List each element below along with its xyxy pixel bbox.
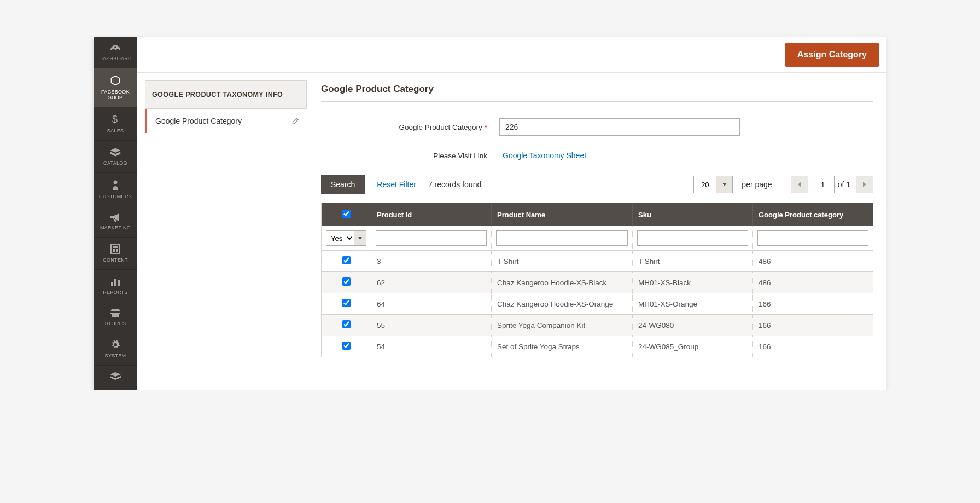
svg-rect-7 bbox=[114, 279, 116, 286]
cell-google-category: 166 bbox=[752, 293, 873, 315]
cell-product-id: 54 bbox=[371, 336, 492, 357]
sidebar-item-system[interactable]: SYSTEM bbox=[94, 333, 137, 366]
left-tabs-panel: GOOGLE PRODUCT TAXONOMY INFO Google Prod… bbox=[145, 80, 307, 133]
sidebar-item-content[interactable]: CONTENT bbox=[94, 238, 137, 270]
cell-google-category: 486 bbox=[752, 251, 873, 272]
stack-icon bbox=[110, 372, 121, 380]
table-row[interactable]: 55Sprite Yoga Companion Kit24-WG080166 bbox=[322, 315, 873, 336]
form-row-visit-link: Please Visit Link Google Taxonomy Sheet bbox=[321, 151, 873, 160]
svg-rect-8 bbox=[118, 280, 120, 286]
cell-product-name: Chaz Kangeroo Hoodie-XS-Orange bbox=[491, 293, 632, 315]
side-panel-item-label: Google Product Category bbox=[155, 117, 242, 125]
sidebar-label: SALES bbox=[107, 128, 124, 134]
select-all-checkbox[interactable] bbox=[342, 210, 351, 218]
google-category-input[interactable] bbox=[499, 118, 740, 136]
col-google-category[interactable]: Google Product category bbox=[752, 203, 873, 227]
col-checkbox[interactable] bbox=[322, 203, 371, 227]
section-title: Google Product Category bbox=[321, 80, 873, 102]
sidebar-label: CONTENT bbox=[103, 257, 128, 263]
per-page-input[interactable] bbox=[693, 176, 716, 193]
sidebar-label: CUSTOMERS bbox=[99, 194, 132, 199]
table-filter-row: Yes bbox=[322, 226, 873, 251]
sidebar-item-sales[interactable]: $ SALES bbox=[94, 107, 137, 141]
pager-page-input[interactable] bbox=[812, 176, 835, 193]
sidebar-item-facebook-shop[interactable]: FACEBOOK SHOP bbox=[94, 68, 137, 107]
sidebar-item-extra[interactable] bbox=[94, 366, 137, 390]
google-category-label: Google Product Category* bbox=[321, 123, 499, 131]
row-checkbox[interactable] bbox=[342, 320, 351, 328]
per-page-label: per page bbox=[742, 180, 772, 189]
sidebar-item-reports[interactable]: REPORTS bbox=[94, 270, 137, 302]
records-found-label: 7 records found bbox=[428, 180, 481, 189]
svg-rect-6 bbox=[111, 282, 113, 286]
pager-next-button[interactable] bbox=[856, 176, 873, 193]
reset-filter-link[interactable]: Reset Filter bbox=[377, 180, 416, 189]
sidebar-label: FACEBOOK SHOP bbox=[96, 89, 135, 100]
sidebar-item-catalog[interactable]: CATALOG bbox=[94, 141, 137, 173]
table-header-row: Product Id Product Name Sku Google Produ… bbox=[322, 203, 873, 227]
sidebar-label: CATALOG bbox=[103, 160, 127, 166]
svg-rect-5 bbox=[116, 249, 118, 252]
sidebar-label: MARKETING bbox=[100, 225, 131, 230]
row-checkbox[interactable] bbox=[342, 277, 351, 286]
bar-chart-icon bbox=[110, 276, 120, 286]
cell-sku: T Shirt bbox=[632, 251, 752, 272]
cell-sku: 24-WG080 bbox=[632, 315, 752, 336]
table-row[interactable]: 3T ShirtT Shirt486 bbox=[322, 251, 873, 272]
cell-product-name: Sprite Yoga Companion Kit bbox=[491, 315, 632, 336]
col-product-name[interactable]: Product Name bbox=[491, 203, 632, 227]
filter-select-any[interactable]: Yes bbox=[326, 230, 354, 246]
filter-google-category[interactable] bbox=[757, 230, 868, 246]
svg-rect-3 bbox=[113, 246, 118, 248]
col-sku[interactable]: Sku bbox=[632, 203, 752, 227]
table-row[interactable]: 62Chaz Kangeroo Hoodie-XS-BlackMH01-XS-B… bbox=[322, 272, 873, 293]
table-row[interactable]: 54Set of Sprite Yoga Straps24-WG085_Grou… bbox=[322, 336, 873, 357]
table-row[interactable]: 64Chaz Kangeroo Hoodie-XS-OrangeMH01-XS-… bbox=[322, 293, 873, 315]
sidebar-item-customers[interactable]: CUSTOMERS bbox=[94, 173, 137, 206]
filter-sku[interactable] bbox=[637, 230, 748, 246]
cell-google-category: 486 bbox=[752, 272, 873, 293]
search-button[interactable]: Search bbox=[321, 175, 365, 194]
box-icon bbox=[110, 147, 121, 157]
row-checkbox[interactable] bbox=[342, 342, 351, 350]
dollar-icon: $ bbox=[111, 114, 120, 125]
cell-product-id: 62 bbox=[371, 272, 492, 293]
side-panel-header: GOOGLE PRODUCT TAXONOMY INFO bbox=[145, 80, 307, 109]
cell-product-id: 64 bbox=[371, 293, 492, 315]
store-icon bbox=[110, 309, 121, 317]
sidebar-item-stores[interactable]: STORES bbox=[94, 302, 137, 333]
chevron-down-icon bbox=[358, 237, 362, 240]
cell-product-name: Chaz Kangeroo Hoodie-XS-Black bbox=[491, 272, 632, 293]
hexagon-icon bbox=[110, 75, 121, 86]
svg-point-1 bbox=[114, 181, 118, 184]
sidebar-item-marketing[interactable]: MARKETING bbox=[94, 206, 137, 238]
sidebar-item-dashboard[interactable]: DASHBOARD bbox=[94, 37, 137, 68]
row-checkbox[interactable] bbox=[342, 299, 351, 307]
pager-prev-button[interactable] bbox=[791, 176, 808, 193]
form-row-category: Google Product Category* bbox=[321, 118, 873, 136]
pencil-icon bbox=[291, 117, 299, 125]
cell-google-category: 166 bbox=[752, 315, 873, 336]
visit-link-label: Please Visit Link bbox=[321, 152, 499, 160]
side-panel-tab-google-category[interactable]: Google Product Category bbox=[145, 109, 307, 133]
page-toolbar: Assign Category bbox=[137, 37, 886, 73]
row-checkbox[interactable] bbox=[342, 256, 351, 264]
main-panel: Google Product Category Google Product C… bbox=[321, 80, 879, 357]
sidebar-label: REPORTS bbox=[103, 290, 127, 295]
sidebar-label: STORES bbox=[105, 321, 126, 326]
col-product-id[interactable]: Product Id bbox=[371, 203, 492, 227]
chevron-left-icon bbox=[797, 182, 802, 187]
per-page-dropdown-toggle[interactable] bbox=[716, 176, 733, 193]
cell-product-id: 55 bbox=[371, 315, 492, 336]
filter-product-name[interactable] bbox=[496, 230, 628, 246]
cell-product-name: Set of Sprite Yoga Straps bbox=[491, 336, 632, 357]
filter-select-toggle[interactable] bbox=[354, 230, 366, 246]
svg-rect-4 bbox=[113, 249, 115, 252]
filter-product-id[interactable] bbox=[376, 230, 487, 246]
cell-sku: 24-WG085_Group bbox=[632, 336, 752, 357]
chevron-down-icon bbox=[722, 183, 727, 186]
sidebar-label: SYSTEM bbox=[105, 353, 126, 359]
google-taxonomy-link[interactable]: Google Taxonomy Sheet bbox=[503, 151, 586, 160]
assign-category-button[interactable]: Assign Category bbox=[785, 43, 879, 67]
cell-sku: MH01-XS-Black bbox=[632, 272, 752, 293]
